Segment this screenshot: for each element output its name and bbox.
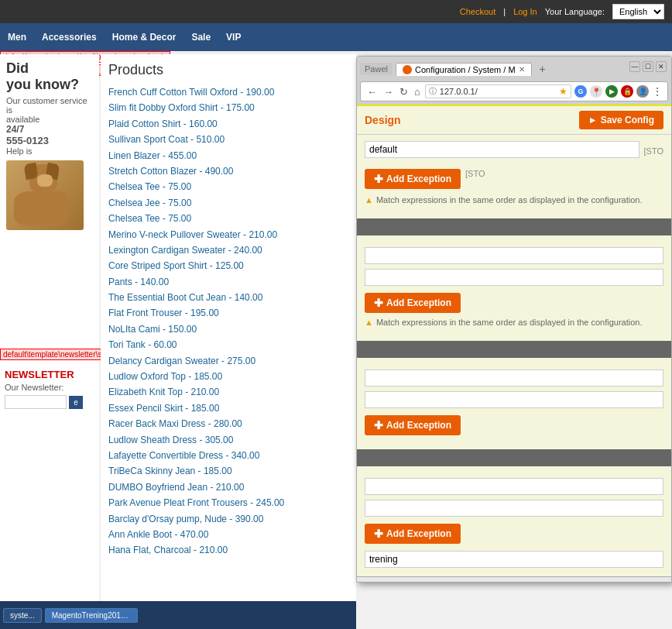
security-shield-icon[interactable]: 🔒 [621, 85, 633, 98]
sidebar-customer-text: Our customer service isavailable [6, 96, 93, 124]
list-item[interactable]: The Essential Boot Cut Jean - 140.00 [108, 290, 348, 305]
nav-item-accessories[interactable]: Accessories [42, 32, 97, 43]
list-item[interactable]: NoLIta Cami - 150.00 [108, 321, 348, 337]
plus-icon-4: ✚ [374, 528, 383, 540]
left-sidebar: Didyou know? Our customer service isavai… [0, 54, 99, 620]
nav-item-sale[interactable]: Sale [191, 32, 211, 43]
new-tab-button[interactable]: + [535, 61, 550, 77]
list-item[interactable]: TriBeCa Skinny Jean - 185.00 [108, 463, 348, 479]
list-item[interactable]: Lafayette Convertible Dress - 340.00 [108, 448, 348, 463]
list-item[interactable]: French Cuff Cotton Twill Oxford - 190.00 [108, 84, 348, 100]
newsletter-section: NEWSLETTER Our Newsletter: e [0, 364, 99, 414]
list-item[interactable]: Chelsea Tee - 75.00 [108, 211, 348, 226]
list-item[interactable]: Essex Pencil Skirt - 185.00 [108, 400, 348, 416]
tab-close-icon[interactable]: ✕ [519, 65, 525, 74]
profile-icon[interactable]: 👤 [636, 85, 649, 98]
section4-input-2[interactable] [365, 500, 663, 517]
scrollbar-area [357, 576, 671, 577]
list-item[interactable]: Stretch Cotton Blazer - 490.00 [108, 163, 348, 179]
list-item[interactable]: Racer Back Maxi Dress - 280.00 [108, 416, 348, 431]
taskbar-item-2[interactable]: MagentoTrening20170111... [45, 608, 138, 623]
section3-input-2[interactable] [365, 391, 663, 408]
browser-chrome: — ☐ ✕ Pawel Configuration / System / M ✕… [357, 57, 671, 105]
back-button[interactable]: ← [365, 86, 379, 98]
translate-icon[interactable]: G [574, 85, 587, 98]
list-item[interactable]: Plaid Cotton Shirt - 160.00 [108, 116, 348, 132]
newsletter-label: Our Newsletter: [5, 383, 94, 392]
cast-icon[interactable]: ▶ [605, 85, 618, 98]
list-item[interactable]: Delancy Cardigan Sweater - 275.00 [108, 353, 348, 369]
list-item[interactable]: Pants - 140.00 [108, 274, 348, 290]
list-item[interactable]: Core Striped Sport Shirt - 125.00 [108, 258, 348, 273]
top-bar: Checkout | Log In Your Language: English [0, 0, 672, 23]
add-exception-button-2[interactable]: ✚ Add Exception [365, 293, 461, 313]
section2-input-1[interactable] [365, 247, 663, 264]
nav-item-vip[interactable]: VIP [226, 32, 241, 43]
window-controls: — ☐ ✕ [629, 61, 667, 72]
match-expr-text-2: ▲ Match expressions in the same order as… [365, 318, 663, 327]
save-config-label: Save Config [601, 115, 654, 125]
list-item[interactable]: Chelsea Jee - 75.00 [108, 195, 348, 211]
list-item[interactable]: Sullivan Sport Coat - 510.00 [108, 132, 348, 147]
newsletter-input[interactable] [5, 395, 67, 409]
add-exception-button-4[interactable]: ✚ Add Exception [365, 524, 461, 544]
sidebar-phone: 555-0123 [6, 135, 93, 146]
add-exception-button-3[interactable]: ✚ Add Exception [365, 415, 461, 435]
forward-button[interactable]: → [382, 86, 395, 98]
browser-tab-active[interactable]: Configuration / System / M ✕ [396, 63, 532, 76]
taskbar: syste... MagentoTrening20170111... [0, 601, 356, 629]
tab-bar: Pawel Configuration / System / M ✕ + [360, 60, 668, 78]
list-item[interactable]: Barclay d'Orsay pump, Nude - 390.00 [108, 511, 348, 527]
section4-input-1[interactable] [365, 478, 663, 495]
list-item[interactable]: Ludlow Oxford Top - 185.00 [108, 369, 348, 384]
star-icon[interactable]: ★ [559, 86, 567, 97]
user-label: Pawel [360, 63, 393, 75]
list-item[interactable]: Linen Blazer - 455.00 [108, 148, 348, 163]
close-button[interactable]: ✕ [656, 61, 667, 72]
reload-button[interactable]: ↻ [398, 86, 410, 98]
nav-bar: Men Accessories Home & Decor Sale VIP [0, 23, 672, 51]
section2-input-2[interactable] [365, 269, 663, 286]
list-item[interactable]: Slim fit Dobby Oxford Shirt - 175.00 [108, 100, 348, 115]
home-button[interactable]: ⌂ [413, 86, 422, 98]
nav-item-home[interactable]: Home & Decor [112, 32, 177, 43]
list-item[interactable]: Tori Tank - 60.00 [108, 337, 348, 352]
warning-icon-1: ▲ [365, 195, 373, 205]
products-title: Products [108, 62, 348, 78]
list-item[interactable]: Elizabeth Knit Top - 210.00 [108, 384, 348, 400]
checkout-link[interactable]: Checkout [460, 7, 495, 16]
separator: | [503, 7, 506, 16]
sidebar-question: Didyou know? [6, 60, 93, 93]
config-header: Design ► Save Config [357, 106, 671, 135]
config-panel: Design ► Save Config [STO ✚ Add Exceptio… [357, 105, 671, 577]
store-label-1: [STO [644, 146, 663, 156]
list-item[interactable]: Chelsea Tee - 75.00 [108, 179, 348, 194]
url-field[interactable]: ⓘ 127.0.0.1/ ★ [425, 84, 571, 98]
login-link[interactable]: Log In [513, 7, 537, 16]
list-item[interactable]: Ann Ankle Boot - 470.00 [108, 527, 348, 542]
nav-item-men[interactable]: Men [8, 32, 26, 43]
maximize-button[interactable]: ☐ [643, 61, 653, 72]
config-section-1: [STO ✚ Add Exception [STO ▲ Match expres… [357, 135, 671, 215]
save-config-button[interactable]: ► Save Config [579, 111, 663, 129]
list-item[interactable]: Flat Front Trouser - 195.00 [108, 305, 348, 321]
match-expr-text-1: ▲ Match expressions in the same order as… [365, 195, 663, 205]
list-item[interactable]: DUMBO Boyfriend Jean - 210.00 [108, 479, 348, 495]
add-exception-label-2: Add Exception [386, 297, 451, 308]
list-item[interactable]: Hana Flat, Charcoal - 210.00 [108, 542, 348, 558]
language-select[interactable]: English [612, 4, 664, 19]
browser-menu-button[interactable]: ⋮ [652, 85, 663, 98]
section4-trening-input[interactable] [365, 551, 663, 568]
list-item[interactable]: Ludlow Sheath Dress - 305.00 [108, 432, 348, 448]
taskbar-item-1[interactable]: syste... [3, 608, 42, 623]
list-item[interactable]: Merino V-neck Pullover Sweater - 210.00 [108, 227, 348, 242]
add-exception-button-1[interactable]: ✚ Add Exception [365, 169, 461, 189]
url-text: 127.0.0.1/ [440, 87, 556, 96]
location-icon[interactable]: 📍 [590, 85, 602, 98]
newsletter-submit[interactable]: e [69, 396, 83, 409]
minimize-button[interactable]: — [629, 61, 640, 72]
list-item[interactable]: Lexington Cardigan Sweater - 240.00 [108, 242, 348, 258]
section1-input[interactable] [365, 141, 639, 158]
section3-input-1[interactable] [365, 369, 663, 387]
list-item[interactable]: Park Avenue Pleat Front Trousers - 245.0… [108, 495, 348, 510]
